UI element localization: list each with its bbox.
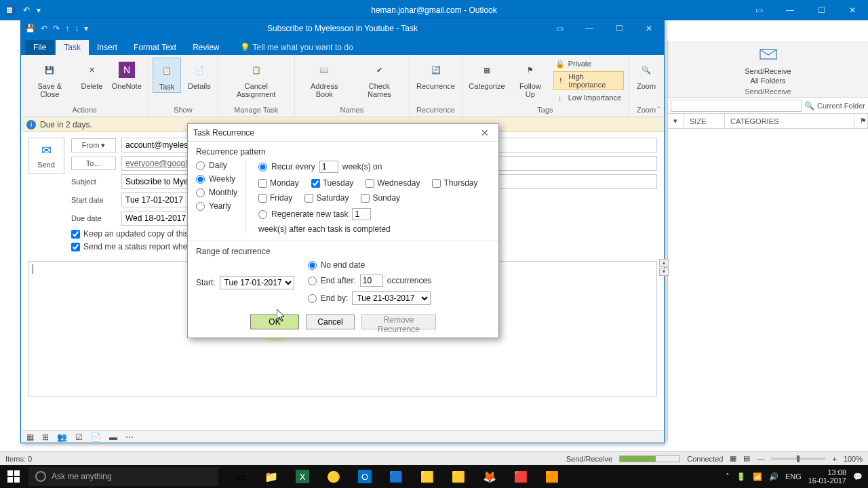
view-icon[interactable]: ☑ — [75, 432, 83, 442]
battery-icon[interactable]: 🔋 — [736, 472, 746, 481]
down-icon[interactable]: ↓ — [75, 24, 79, 33]
language-indicator[interactable]: ENG — [785, 472, 802, 481]
status-report-checkbox[interactable] — [71, 243, 80, 251]
search-input[interactable] — [671, 100, 802, 112]
dialog-close-icon[interactable]: ✕ — [477, 126, 493, 140]
undo-icon[interactable]: ↶ — [41, 24, 47, 33]
from-button[interactable]: From ▾ — [71, 138, 116, 152]
minimize-icon[interactable]: — — [774, 0, 806, 20]
view-reading-icon[interactable]: ▤ — [743, 454, 750, 463]
notes-icon[interactable]: 🟨 — [412, 465, 442, 488]
end-by-radio[interactable] — [308, 294, 317, 303]
private-toggle[interactable]: 🔒Private — [553, 58, 624, 70]
tray-up-icon[interactable]: ˄ — [726, 472, 730, 481]
onenote-button[interactable]: NOneNote — [109, 58, 144, 92]
address-book-button[interactable]: 📖Address Book — [299, 58, 350, 100]
ribbon-options-icon[interactable]: ▭ — [743, 0, 774, 20]
view-icon[interactable]: ⊞ — [42, 432, 49, 442]
no-end-radio[interactable] — [308, 261, 317, 270]
app-icon[interactable]: 🟥 — [506, 465, 536, 488]
end-after-input[interactable] — [360, 274, 383, 287]
low-importance-button[interactable]: ↓Low Importance — [553, 92, 624, 104]
undo-icon[interactable]: ↶ — [23, 5, 30, 15]
wifi-icon[interactable]: 📶 — [753, 472, 762, 481]
clock[interactable]: 13:08 16-01-2017 — [808, 468, 846, 485]
details-button[interactable]: 📄Details — [185, 58, 214, 92]
end-after-radio[interactable] — [308, 277, 317, 285]
up-icon[interactable]: ↑ — [65, 24, 69, 33]
zoom-button[interactable]: 🔍Zoom — [633, 58, 660, 92]
search-icon[interactable]: 🔍 — [804, 101, 814, 110]
thursday-checkbox[interactable] — [432, 179, 441, 188]
check-names-button[interactable]: ✔Check Names — [354, 58, 405, 100]
qat-dropdown-icon[interactable]: ▾ — [37, 5, 41, 15]
view-icon[interactable]: ▦ — [26, 432, 34, 442]
tab-format-text[interactable]: Format Text — [125, 40, 184, 55]
close-icon[interactable]: ✕ — [634, 20, 664, 37]
cancel-assignment-button[interactable]: 📋Cancel Assignment — [222, 58, 290, 100]
view-icon[interactable]: 📄 — [91, 432, 101, 442]
cancel-button[interactable]: Cancel — [306, 314, 355, 329]
task-view-icon[interactable]: ▭ — [225, 465, 255, 488]
tell-me[interactable]: 💡 Tell me what you want to do — [235, 40, 359, 55]
remove-recurrence-button[interactable]: Remove Recurrence — [361, 314, 436, 329]
save-close-button[interactable]: 💾Save & Close — [25, 58, 74, 100]
volume-icon[interactable]: 🔊 — [769, 472, 778, 481]
chrome-icon[interactable]: 🟡 — [319, 465, 349, 488]
search-scope[interactable]: Current Folder — [817, 102, 865, 110]
tab-insert[interactable]: Insert — [89, 40, 125, 55]
scroll-up-icon[interactable]: ▴ — [659, 259, 669, 267]
tab-review[interactable]: Review — [184, 40, 227, 55]
column-size[interactable]: SIZE — [684, 114, 725, 128]
sunday-checkbox[interactable] — [361, 194, 370, 203]
task-view-button[interactable]: 📋Task — [153, 58, 181, 93]
column-flag-icon[interactable]: ⚑ — [854, 114, 868, 128]
recur-every-input[interactable] — [319, 161, 338, 173]
maximize-icon[interactable]: ☐ — [806, 0, 837, 20]
friday-checkbox[interactable] — [258, 194, 267, 203]
save-icon[interactable]: 💾 — [25, 24, 35, 33]
zoom-slider[interactable] — [771, 458, 825, 460]
file-explorer-icon[interactable]: 📁 — [256, 465, 286, 488]
yearly-radio[interactable] — [196, 202, 205, 211]
delete-button[interactable]: ✕Delete — [78, 58, 105, 92]
daily-radio[interactable] — [196, 161, 205, 170]
firefox-icon[interactable]: 🦊 — [475, 465, 505, 488]
tab-file[interactable]: File — [25, 40, 54, 55]
recurrence-button[interactable]: 🔄Recurrence — [414, 58, 458, 92]
to-button[interactable]: To… — [71, 157, 116, 170]
powerpoint-icon[interactable]: 🟧 — [537, 465, 567, 488]
tab-task[interactable]: Task — [56, 40, 89, 55]
monday-checkbox[interactable] — [258, 179, 267, 188]
outlook-taskbar-icon[interactable]: O — [350, 465, 380, 488]
excel-icon[interactable]: X — [288, 465, 317, 488]
tuesday-checkbox[interactable] — [311, 179, 320, 188]
saturday-checkbox[interactable] — [304, 194, 313, 203]
app-icon[interactable]: 🟨 — [443, 465, 473, 488]
start-date-select[interactable]: Tue 17-01-2017 — [220, 276, 294, 289]
wednesday-checkbox[interactable] — [366, 179, 374, 188]
regenerate-radio[interactable] — [258, 210, 267, 219]
followup-button[interactable]: ⚑Follow Up — [511, 58, 549, 100]
ribbon-options-icon[interactable]: ▭ — [545, 20, 574, 37]
categorize-button[interactable]: ▦Categorize — [467, 58, 507, 92]
notifications-icon[interactable]: 💬 — [853, 472, 863, 481]
weekly-radio[interactable] — [196, 175, 205, 184]
more-icon[interactable]: ⋯ — [125, 432, 134, 442]
ok-button[interactable]: OK — [250, 314, 299, 329]
end-by-select[interactable]: Tue 21-03-2017 — [352, 291, 431, 305]
scroll-down-icon[interactable]: ▾ — [659, 268, 669, 276]
start-button[interactable] — [0, 465, 27, 488]
high-importance-button[interactable]: !High Importance — [553, 71, 624, 90]
recur-every-radio[interactable] — [258, 163, 267, 171]
redo-icon[interactable]: ↷ — [53, 24, 60, 33]
column-sort-icon[interactable]: ▾ — [668, 114, 684, 128]
send-receive-all-button[interactable]: Send/Receive All Folders — [742, 43, 794, 86]
view-icon[interactable]: 👥 — [57, 432, 67, 442]
view-icon[interactable]: ▬ — [109, 432, 117, 442]
monthly-radio[interactable] — [196, 188, 205, 197]
minimize-icon[interactable]: — — [574, 20, 604, 37]
keep-copy-checkbox[interactable] — [71, 230, 80, 239]
cortana-search[interactable]: Ask me anything — [28, 467, 218, 486]
column-categories[interactable]: CATEGORIES — [725, 114, 854, 128]
